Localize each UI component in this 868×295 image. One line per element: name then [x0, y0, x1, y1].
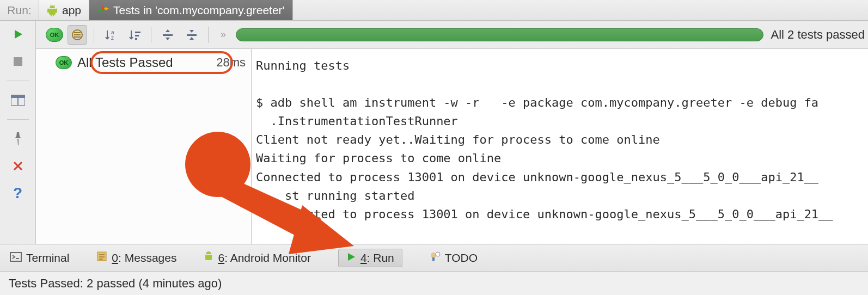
svg-rect-14	[187, 34, 197, 36]
console-line: Client not ready yet..Waiting for proces…	[256, 133, 660, 146]
console-output[interactable]: Running tests $ adb shell am instrument …	[252, 49, 868, 244]
svg-rect-0	[14, 57, 22, 66]
svg-rect-22	[432, 257, 435, 261]
gutter-divider-2	[7, 119, 29, 120]
svg-point-23	[436, 252, 440, 256]
tab-tests-label: Tests in 'com.mycompany.greeter'	[113, 4, 285, 17]
console-line: .InstrumentationTestRunner	[256, 114, 458, 128]
close-button[interactable]	[8, 158, 28, 174]
todo-icon	[430, 251, 441, 265]
progress-text: All 2 tests passed	[771, 28, 865, 42]
tab-terminal[interactable]: Terminal	[10, 251, 69, 265]
status-bar: Tests Passed: 2 passed (4 minutes ago)	[0, 271, 868, 295]
test-tree-root-label: All Tests Passed	[77, 55, 173, 70]
messages-icon	[96, 251, 107, 265]
terminal-icon	[10, 251, 22, 265]
svg-text:z: z	[111, 35, 114, 41]
tab-terminal-label: Terminal	[26, 251, 69, 265]
test-tree-root-timing: 28ms	[216, 56, 246, 70]
tab-todo-label: TODO	[445, 251, 478, 265]
help-button[interactable]: ?	[8, 185, 28, 201]
show-ignored-button[interactable]	[68, 25, 87, 45]
svg-rect-12	[135, 38, 137, 40]
console-line: Connected to process 13001 on device unk…	[256, 170, 818, 184]
console-line: $ adb shell am instrument -w -r -e packa…	[256, 96, 818, 109]
expand-all-button[interactable]	[158, 25, 178, 45]
results-body: OK All Tests Passed 28ms Running tests $…	[36, 49, 868, 244]
hide-passed-button[interactable]: OK	[46, 28, 63, 42]
tab-run-label: 4: Run	[360, 251, 394, 265]
main-area: ? OK az »	[0, 21, 868, 244]
tab-todo[interactable]: TODO	[430, 251, 478, 265]
console-line: Waiting for process to come online	[256, 151, 501, 165]
toolbar-separator-2	[151, 27, 151, 43]
test-progress: All 2 tests passed	[236, 28, 868, 42]
test-tree[interactable]: OK All Tests Passed 28ms	[36, 49, 252, 244]
svg-rect-17	[97, 252, 106, 261]
sort-duration-button[interactable]	[125, 25, 144, 45]
overflow-chevron-icon[interactable]: »	[221, 29, 226, 40]
tab-app-label: app	[62, 4, 81, 17]
collapse-all-button[interactable]	[182, 25, 201, 45]
tab-android-monitor[interactable]: 6: Android Monitor	[204, 251, 310, 265]
run-label: Run:	[0, 0, 39, 20]
svg-rect-13	[163, 34, 173, 36]
console-line: st running started	[256, 189, 414, 202]
status-text: Tests Passed: 2 passed (4 minutes ago)	[9, 276, 222, 291]
toolbar-separator-3	[208, 27, 209, 43]
console-line: cted to process 13001 on device unknown-…	[256, 207, 833, 221]
tab-strip: Run: app Tests in 'com.mycompany.greeter…	[0, 0, 868, 21]
stop-button[interactable]	[8, 53, 28, 70]
svg-rect-2	[11, 95, 25, 98]
tab-app[interactable]: app	[39, 0, 89, 20]
tab-messages[interactable]: 0: Messages	[96, 251, 176, 265]
test-config-icon	[97, 5, 109, 15]
gutter-toolbar: ?	[0, 21, 36, 244]
test-ok-icon: OK	[56, 56, 72, 69]
svg-rect-15	[10, 253, 21, 261]
test-tree-root[interactable]: OK All Tests Passed 28ms	[36, 51, 251, 74]
results-toolbar: OK az » All 2 tests passed	[36, 21, 868, 49]
layout-button[interactable]	[8, 92, 28, 108]
rerun-button[interactable]	[8, 26, 28, 42]
android-icon	[47, 4, 58, 16]
tab-tests[interactable]: Tests in 'com.mycompany.greeter'	[89, 0, 293, 20]
svg-point-21	[431, 253, 436, 258]
results-pane: OK az » All 2 tests passed	[36, 21, 868, 244]
svg-rect-10	[135, 32, 140, 33]
pin-button[interactable]	[8, 131, 28, 147]
sort-alpha-button[interactable]: az	[101, 25, 120, 45]
tab-run[interactable]: 4: Run	[338, 249, 402, 267]
gutter-divider	[7, 81, 29, 81]
progress-bar	[236, 28, 763, 41]
console-line: Running tests	[256, 59, 350, 72]
help-icon: ?	[13, 185, 22, 202]
bottom-panel-tabs: Terminal 0: Messages 6: Android Monitor …	[0, 244, 868, 271]
tab-android-monitor-label: 6: Android Monitor	[218, 251, 310, 265]
toolbar-separator-1	[94, 27, 94, 43]
svg-rect-11	[135, 35, 139, 36]
android-icon	[204, 251, 213, 265]
tab-messages-label: 0: Messages	[112, 251, 176, 265]
run-icon	[346, 251, 356, 265]
